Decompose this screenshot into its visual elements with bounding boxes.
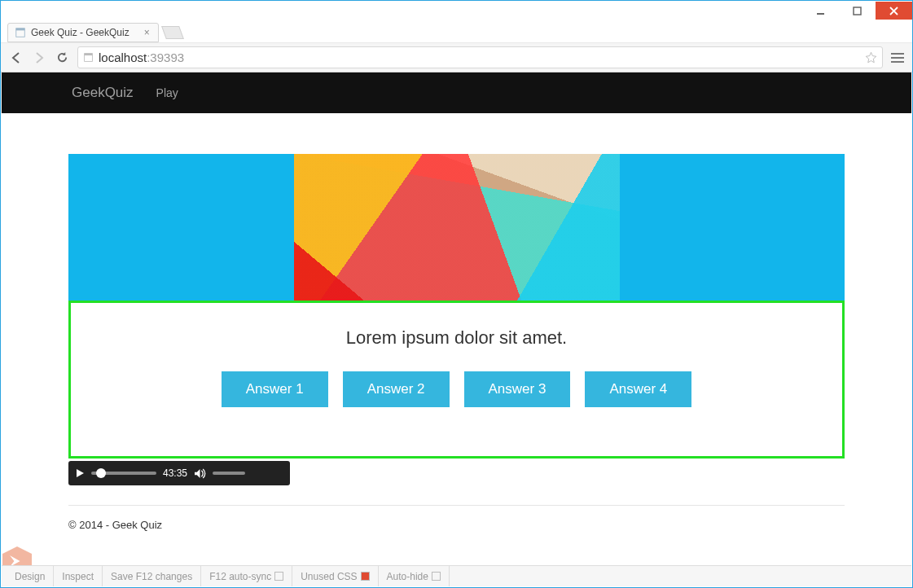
answer-button-1[interactable]: Answer 1: [222, 371, 328, 407]
site-navbar: GeekQuiz Play: [2, 72, 911, 113]
svg-rect-7: [85, 54, 93, 55]
window-close-button[interactable]: [876, 2, 912, 20]
new-tab-button[interactable]: [161, 26, 184, 39]
window-minimize-button[interactable]: [802, 2, 839, 20]
reload-button[interactable]: [55, 50, 69, 65]
play-icon[interactable]: [75, 468, 85, 478]
svg-rect-5: [16, 29, 25, 31]
navbar-link-play[interactable]: Play: [156, 86, 178, 99]
browserlink-inspect[interactable]: Inspect: [54, 566, 103, 586]
browser-toolbar: localhost:39393: [1, 43, 912, 72]
site-info-icon: [83, 52, 94, 63]
address-bar[interactable]: localhost:39393: [77, 46, 883, 68]
volume-slider[interactable]: [213, 472, 245, 475]
svg-rect-1: [854, 7, 861, 15]
quiz-hero-image: [294, 154, 620, 301]
checkbox-icon[interactable]: [274, 572, 283, 581]
chrome-menu-button[interactable]: [891, 50, 904, 65]
browser-tab[interactable]: Geek Quiz - GeekQuiz ×: [7, 23, 159, 42]
footer-text: © 2014 - Geek Quiz: [68, 519, 845, 531]
window-maximize-button[interactable]: [839, 2, 876, 20]
answer-button-3[interactable]: Answer 3: [464, 371, 571, 407]
quiz-container: Lorem ipsum dolor sit amet. Answer 1 Ans…: [68, 154, 845, 459]
quiz-hero-banner: [68, 154, 845, 301]
audio-player[interactable]: 43:35: [68, 461, 290, 485]
tab-strip: Geek Quiz - GeekQuiz ×: [1, 20, 912, 43]
checkbox-checked-icon[interactable]: [361, 572, 370, 581]
question-panel: Lorem ipsum dolor sit amet. Answer 1 Ans…: [68, 301, 845, 459]
address-text: localhost:39393: [99, 50, 184, 64]
forward-button[interactable]: [32, 50, 46, 65]
browser-tab-title: Geek Quiz - GeekQuiz: [31, 27, 129, 38]
bookmark-star-icon[interactable]: [865, 51, 877, 64]
browserlink-toolbar: Design Inspect Save F12 changes F12 auto…: [2, 565, 911, 586]
answer-button-4[interactable]: Answer 4: [585, 371, 691, 407]
back-button[interactable]: [9, 50, 24, 65]
browserlink-auto-hide[interactable]: Auto-hide: [379, 566, 450, 586]
browserlink-save-f12[interactable]: Save F12 changes: [103, 566, 201, 586]
audio-scrubber[interactable]: [91, 472, 156, 475]
answer-button-2[interactable]: Answer 2: [343, 371, 450, 407]
question-text: Lorem ipsum dolor sit amet.: [95, 327, 818, 349]
browser-window: Geek Quiz - GeekQuiz × localhost:39393 G…: [0, 0, 913, 588]
volume-icon[interactable]: [194, 468, 206, 479]
browserlink-unused-css[interactable]: Unused CSS: [292, 566, 378, 586]
checkbox-icon[interactable]: [432, 572, 441, 581]
tab-close-icon[interactable]: ×: [144, 27, 150, 38]
page-viewport: GeekQuiz Play Lorem ipsum dolor sit amet…: [2, 72, 911, 564]
footer-rule: [68, 505, 845, 506]
audio-time: 43:35: [163, 467, 187, 479]
window-title-bar: [1, 1, 912, 20]
browserlink-design[interactable]: Design: [7, 566, 54, 586]
page-favicon-icon: [15, 27, 26, 38]
browserlink-f12-autosync[interactable]: F12 auto-sync: [201, 566, 292, 586]
answers-row: Answer 1 Answer 2 Answer 3 Answer 4: [95, 371, 818, 407]
navbar-brand[interactable]: GeekQuiz: [72, 85, 134, 101]
